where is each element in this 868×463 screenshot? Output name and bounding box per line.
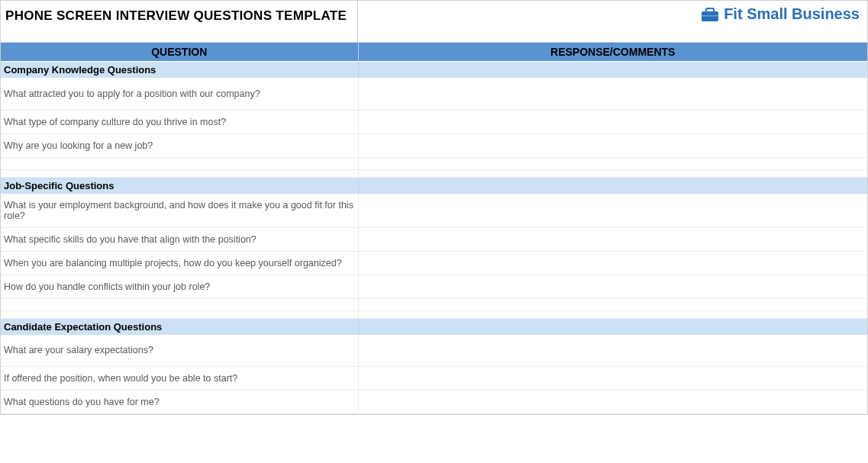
title-row: PHONE SCREEN INTERVIEW QUESTIONS TEMPLAT… (1, 1, 867, 43)
question-text: What specific skills do you have that al… (1, 227, 358, 251)
question-row: How do you handle conflicts within your … (1, 275, 867, 298)
question-text: What attracted you to apply for a positi… (1, 78, 358, 110)
response-cell[interactable] (358, 335, 867, 367)
section-spacer (358, 177, 867, 194)
brand-logo-text: Fit Small Business (724, 5, 860, 23)
question-row: Why are you looking for a new job? (1, 133, 867, 157)
response-cell[interactable] (358, 391, 867, 414)
question-row: What questions do you have for me? (1, 391, 867, 414)
response-cell[interactable] (358, 251, 867, 275)
svg-rect-2 (702, 15, 718, 17)
table-header-row: QUESTION RESPONSE/COMMENTS (1, 43, 867, 62)
section-spacer (358, 62, 867, 79)
section-spacer (358, 318, 867, 335)
question-row: What specific skills do you have that al… (1, 227, 867, 251)
response-cell[interactable] (358, 367, 867, 391)
question-text: What type of company culture do you thri… (1, 110, 358, 133)
response-cell[interactable] (358, 275, 867, 298)
response-cell[interactable] (358, 110, 867, 133)
spacer-row (1, 169, 867, 177)
header-question: QUESTION (1, 43, 358, 62)
question-text: What are your salary expectations? (1, 335, 358, 367)
brand-logo: Fit Small Business (701, 5, 860, 23)
response-cell[interactable] (358, 227, 867, 251)
section-title: Job-Specific Questions (1, 177, 358, 194)
question-row: What is your employment background, and … (1, 194, 867, 228)
question-row: When you are balancing multiple projects… (1, 251, 867, 275)
question-text: When you are balancing multiple projects… (1, 251, 358, 275)
question-text: If offered the position, when would you … (1, 367, 358, 391)
response-cell[interactable] (358, 78, 867, 110)
response-cell[interactable] (358, 194, 867, 228)
section-title: Candidate Expectation Questions (1, 318, 358, 335)
question-text: Why are you looking for a new job? (1, 133, 358, 157)
question-row: If offered the position, when would you … (1, 367, 867, 391)
section-title: Company Knowledge Questions (1, 62, 358, 79)
section-header: Company Knowledge Questions (1, 62, 867, 79)
question-text: How do you handle conflicts within your … (1, 275, 358, 298)
questions-table: QUESTION RESPONSE/COMMENTS Company Knowl… (1, 43, 867, 414)
header-response: RESPONSE/COMMENTS (358, 43, 867, 62)
svg-rect-1 (706, 8, 714, 12)
section-header: Job-Specific Questions (1, 177, 867, 194)
page-title: PHONE SCREEN INTERVIEW QUESTIONS TEMPLAT… (1, 1, 358, 42)
question-text: What questions do you have for me? (1, 391, 358, 414)
template-sheet: PHONE SCREEN INTERVIEW QUESTIONS TEMPLAT… (0, 0, 868, 415)
logo-cell: Fit Small Business (358, 1, 867, 42)
spacer-row (1, 310, 867, 318)
section-header: Candidate Expectation Questions (1, 318, 867, 335)
response-cell[interactable] (358, 133, 867, 157)
question-row: What type of company culture do you thri… (1, 110, 867, 133)
briefcase-icon (701, 7, 719, 22)
question-text: What is your employment background, and … (1, 194, 358, 228)
spacer-row (1, 298, 867, 310)
question-row: What attracted you to apply for a positi… (1, 78, 867, 110)
spacer-row (1, 157, 867, 169)
question-row: What are your salary expectations? (1, 335, 867, 367)
